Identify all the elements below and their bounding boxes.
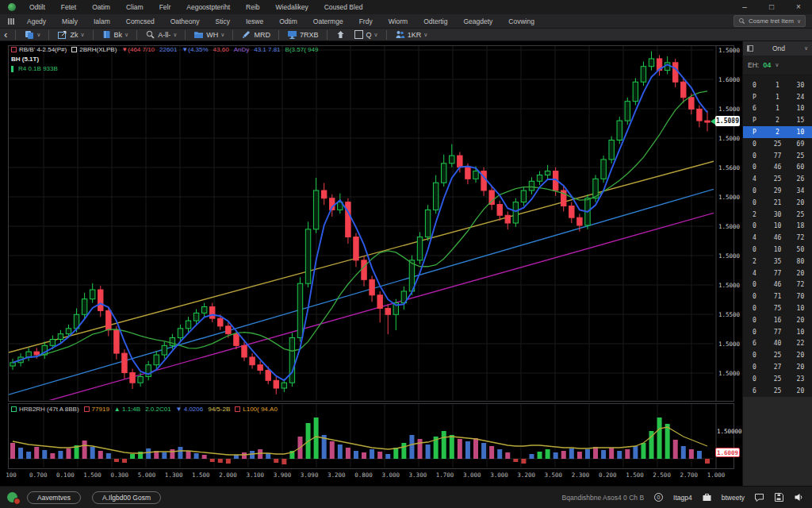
toolbar-button-pen[interactable]: MRD [237,29,274,40]
toolbar-button-folder[interactable]: WH∨ [190,29,228,40]
sidebar-table-row[interactable]: P124 [743,91,812,103]
sidebar-table-row[interactable]: P215 [743,114,812,126]
price-axis-label: 1.5000 [718,252,739,260]
indicator-toggle[interactable]: L100( 94.A0 [235,406,278,413]
chevron-down-icon[interactable]: ∨ [804,45,808,52]
toolbar-button-magnifier[interactable]: A-ll-∨ [141,29,181,40]
search-box[interactable]: Cosme tret Item ∨ [733,15,806,27]
menubar-item[interactable]: Sticy [208,16,238,27]
chevron-down-icon: ∨ [797,18,801,25]
indicator-toggle[interactable]: 77919 [84,406,109,413]
sidebar-table-row[interactable]: 07725 [743,150,812,162]
sidebar-table-row[interactable]: 07710 [743,326,812,338]
sidebar-table-row[interactable]: 02523 [743,373,812,385]
sidebar-table-row[interactable]: 62520 [743,385,812,397]
titlebar-menu-item[interactable]: Odtilt [22,2,52,13]
minimize-icon[interactable]: – [731,0,758,14]
sidebar-table-row[interactable]: 6110 [743,103,812,115]
menubar-item[interactable]: Mialy [54,16,86,27]
sidebar-empty-area [743,397,812,487]
toolbar-button-label: 1KR [408,31,422,39]
sidebar-table-row[interactable]: 02569 [743,138,812,150]
menubar-item[interactable]: Agedy [19,16,54,27]
close-icon[interactable]: × [785,0,812,14]
status-button[interactable]: Aavemtves [27,491,81,504]
sidebar-table-row[interactable]: 64022 [743,338,812,350]
sidebar-table-row[interactable]: 01050 [743,244,812,256]
toolbar-button-monitor[interactable]: 7RXB [283,29,323,40]
menubar-item[interactable]: Odtim [271,16,305,27]
menubar-item[interactable]: Ieswe [238,16,271,27]
sidebar-table-row[interactable]: 23580 [743,256,812,267]
menubar-item[interactable]: Covwing [500,16,542,27]
toolbar-button-qbox[interactable]: Q∨ [350,29,382,40]
sidebar-cell: 4 [743,175,766,183]
toolbar-button-window-new[interactable]: Zk∨ [53,29,88,40]
sidebar-header[interactable]: Ond ∨ [743,41,812,56]
sidebar-cell: 0 [743,281,766,288]
toolbar-button-label: WH [206,31,218,39]
sidebar-cell: 18 [789,222,812,229]
menubar-item[interactable]: Geagdety [455,16,500,27]
toolbar-button-up-house[interactable] [331,29,350,40]
briefcase-icon[interactable] [702,492,712,502]
maximize-icon[interactable]: □ [758,0,785,14]
chevron-down-icon: ∨ [80,32,84,38]
toolbar-button-pages[interactable]: ∨ [20,29,44,40]
sidebar-table-row[interactable]: P210 [743,126,812,138]
apps-icon[interactable] [8,18,14,25]
sidebar-table-row[interactable]: 02934 [743,185,812,197]
menubar-item[interactable]: Comcsed [118,16,163,27]
current-price-tag: 1.5089 [715,116,740,126]
titlebar-menu-item[interactable]: Felr [152,2,178,13]
time-axis-label: 3.000 [381,471,400,479]
sidebar-table-row[interactable]: 01620 [743,314,812,326]
menubar-item[interactable]: Odtertig [416,16,455,27]
toolbar-button-people[interactable]: 1KR∨ [391,29,432,40]
sidebar-table-row[interactable]: 02720 [743,361,812,373]
titlebar-menu-item[interactable]: Oatim [85,2,117,13]
titlebar-menu-item[interactable]: Coused Bled [317,2,370,13]
sidebar-filter[interactable]: EH: 04 ∨ [743,56,812,75]
time-axis-label: 1.300 [165,471,183,479]
sidebar-table-row[interactable]: 04660 [743,162,812,174]
indicator-toggle[interactable]: 2BRH(XLPB) [71,46,117,53]
sidebar-table-row[interactable]: 42526 [743,173,812,185]
sidebar-table-row[interactable]: 07510 [743,302,812,314]
menubar-item[interactable]: Frdy [351,16,381,27]
indicator-toggle[interactable]: HRB2RH (47t A 8BB) [11,406,79,413]
sidebar-table-row[interactable]: 44672 [743,232,812,244]
candlestick-chart[interactable] [0,41,742,484]
status-button[interactable]: A.Ilgbd00 Gosm [92,491,161,504]
titlebar-menu-item[interactable]: Reib [239,2,266,13]
titlebar-menu-item[interactable]: Wiedalikey [269,2,316,13]
sidebar-table-row[interactable]: 02520 [743,349,812,361]
chart-panel[interactable]: RB/B' 4-2.54(P#)2BRH(XLPB)▼(464 7/102260… [0,41,742,486]
toolbar-button-book[interactable]: Bk∨ [98,29,133,40]
titlebar-menu-item[interactable]: Fetet [54,2,83,13]
indicator-toggle[interactable]: RB/B' 4-2.54(P#) [11,46,67,53]
circle-zero-icon[interactable]: 0 [653,492,664,502]
titlebar-menu-item[interactable]: Aegoostpteriht [179,2,237,13]
menubar-item[interactable]: Wiorm [381,16,416,27]
menubar-item[interactable]: Oatermge [305,16,351,27]
menubar-item[interactable]: Oatheony [163,16,208,27]
titlebar-menu-item[interactable]: Cliam [119,2,151,13]
speaker-icon[interactable] [794,492,804,502]
sidebar-table-row[interactable]: 04672 [743,279,812,291]
menubar-item[interactable]: Ialam [86,16,118,27]
sidebar-table-row[interactable]: 07170 [743,291,812,302]
time-axis-label: 5.000 [138,471,156,479]
chevron-down-icon[interactable]: ∨ [775,62,779,68]
search-input[interactable]: Cosme tret Item [749,17,794,25]
sidebar-cell: 0 [743,140,766,148]
save-icon[interactable] [774,492,784,502]
sidebar-table-row[interactable]: 47720 [743,267,812,279]
sidebar-table-row[interactable]: 01018 [743,221,812,233]
sidebar-cell: 20 [789,199,812,206]
sidebar-table-row[interactable]: 0130 [743,79,812,91]
sidebar-table-row[interactable]: 02120 [743,197,812,209]
sidebar-table-row[interactable]: 23025 [743,209,812,221]
toolbar-button-back[interactable]: ‹ [0,29,11,40]
chat-icon[interactable] [754,492,764,502]
